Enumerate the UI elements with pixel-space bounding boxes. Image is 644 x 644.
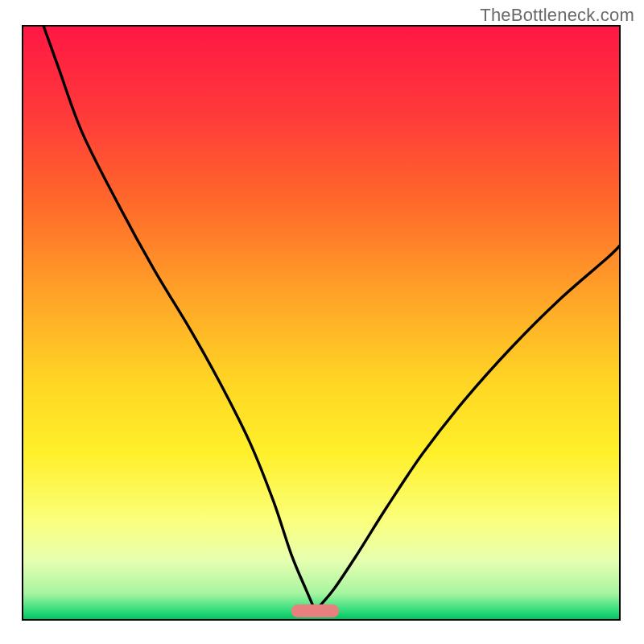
- gradient-background: [23, 26, 620, 620]
- optimum-marker: [291, 605, 339, 617]
- bottleneck-chart: [0, 0, 644, 644]
- attribution-label: TheBottleneck.com: [480, 5, 634, 26]
- chart-stage: TheBottleneck.com: [0, 0, 644, 644]
